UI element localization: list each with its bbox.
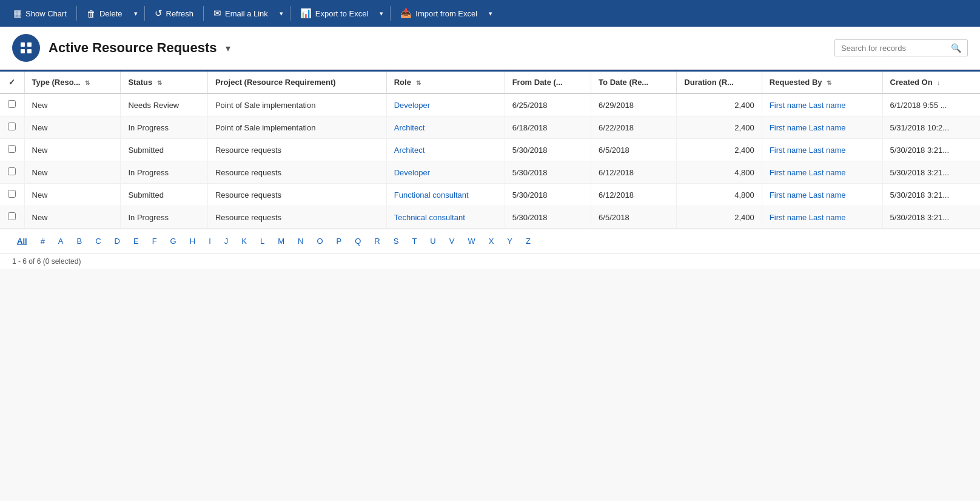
- col-duration[interactable]: Duration (R...: [677, 72, 762, 93]
- row-select-checkbox[interactable]: [8, 123, 16, 130]
- delete-button[interactable]: 🗑 Delete: [81, 5, 129, 22]
- pagination-letter-e[interactable]: E: [129, 234, 144, 248]
- requested-by-link[interactable]: First name Last name: [770, 190, 846, 200]
- requested-by-link[interactable]: First name Last name: [770, 123, 846, 132]
- refresh-button[interactable]: ↺ Refresh: [149, 4, 200, 22]
- delete-icon: 🗑: [87, 8, 96, 19]
- pagination-letter-c[interactable]: C: [90, 234, 106, 248]
- table-row[interactable]: NewIn ProgressResource requestsTechnical…: [0, 206, 980, 229]
- pagination-letter-i[interactable]: I: [204, 234, 216, 248]
- row-select-checkbox[interactable]: [8, 145, 16, 153]
- row-select-checkbox[interactable]: [8, 212, 16, 220]
- pagination-letter-h[interactable]: H: [185, 234, 200, 248]
- requested-by-link[interactable]: First name Last name: [770, 213, 846, 222]
- pagination-letter-b[interactable]: B: [72, 234, 87, 248]
- pagination-letter-x[interactable]: X: [484, 234, 499, 248]
- col-from-date[interactable]: From Date (...: [505, 72, 591, 93]
- cell-role[interactable]: Developer: [386, 93, 505, 116]
- row-checkbox[interactable]: [0, 184, 24, 206]
- cell-from-date: 6/25/2018: [505, 93, 591, 116]
- import-excel-chevron[interactable]: ▾: [486, 6, 495, 21]
- row-select-checkbox[interactable]: [8, 100, 16, 108]
- col-project[interactable]: Project (Resource Requirement): [207, 72, 386, 93]
- pagination-letter-m[interactable]: M: [273, 234, 289, 248]
- pagination-letter-d[interactable]: D: [110, 234, 125, 248]
- table-row[interactable]: NewIn ProgressResource requestsDeveloper…: [0, 161, 980, 184]
- pagination-letter-s[interactable]: S: [389, 234, 404, 248]
- delete-chevron[interactable]: ▾: [131, 6, 141, 21]
- requested-by-link[interactable]: First name Last name: [770, 146, 846, 155]
- pagination-letter-#[interactable]: #: [36, 234, 50, 248]
- role-link[interactable]: Developer: [394, 168, 430, 177]
- pagination-letter-j[interactable]: J: [220, 234, 233, 248]
- pagination-letter-n[interactable]: N: [293, 234, 308, 248]
- col-created-on[interactable]: Created On ↓: [882, 72, 980, 93]
- col-status[interactable]: Status ⇅: [121, 72, 207, 93]
- pagination-letter-p[interactable]: P: [332, 234, 347, 248]
- select-all-col[interactable]: ✓: [0, 72, 24, 93]
- cell-requested-by[interactable]: First name Last name: [762, 206, 882, 229]
- requested-by-link[interactable]: First name Last name: [770, 168, 846, 177]
- divider-4: [290, 6, 290, 21]
- show-chart-button[interactable]: ▦ Show Chart: [7, 4, 73, 22]
- email-link-button[interactable]: ✉ Email a Link: [207, 4, 274, 22]
- role-link[interactable]: Architect: [394, 123, 425, 132]
- row-select-checkbox[interactable]: [8, 190, 16, 198]
- cell-role[interactable]: Technical consultant: [386, 206, 505, 229]
- divider-5: [390, 6, 391, 21]
- requested-by-link[interactable]: First name Last name: [770, 101, 846, 110]
- cell-role[interactable]: Architect: [386, 139, 505, 161]
- pagination-letter-u[interactable]: U: [425, 234, 440, 248]
- pagination-letter-w[interactable]: W: [463, 234, 480, 248]
- pagination-letter-g[interactable]: G: [166, 234, 181, 248]
- role-link[interactable]: Developer: [394, 101, 430, 110]
- pagination-letter-f[interactable]: F: [147, 234, 162, 248]
- col-type[interactable]: Type (Reso... ⇅: [24, 72, 121, 93]
- pagination-letter-y[interactable]: Y: [502, 234, 517, 248]
- row-checkbox[interactable]: [0, 116, 24, 139]
- table-row[interactable]: NewSubmittedResource requestsFunctional …: [0, 184, 980, 206]
- role-link[interactable]: Architect: [394, 146, 425, 155]
- row-checkbox[interactable]: [0, 93, 24, 116]
- cell-requested-by[interactable]: First name Last name: [762, 116, 882, 139]
- pagination-letter-z[interactable]: Z: [521, 234, 535, 248]
- pagination-letter-t[interactable]: T: [407, 234, 421, 248]
- col-role[interactable]: Role ⇅: [386, 72, 505, 93]
- role-link[interactable]: Functional consultant: [394, 190, 469, 200]
- cell-role[interactable]: Architect: [386, 116, 505, 139]
- email-link-chevron[interactable]: ▾: [277, 6, 286, 21]
- cell-requested-by[interactable]: First name Last name: [762, 184, 882, 206]
- pagination-letter-o[interactable]: O: [312, 234, 327, 248]
- table-row[interactable]: NewNeeds ReviewPoint of Sale implementat…: [0, 93, 980, 116]
- import-excel-button[interactable]: 📥 Import from Excel: [394, 4, 483, 22]
- pagination-letter-k[interactable]: K: [237, 234, 252, 248]
- cell-role[interactable]: Functional consultant: [386, 184, 505, 206]
- col-role-sort-icon: ⇅: [416, 79, 421, 86]
- col-requested-by[interactable]: Requested By ⇅: [762, 72, 882, 93]
- table-row[interactable]: NewSubmittedResource requestsArchitect5/…: [0, 139, 980, 161]
- email-link-label: Email a Link: [225, 9, 268, 18]
- row-checkbox[interactable]: [0, 206, 24, 229]
- title-chevron-icon[interactable]: ▾: [226, 42, 230, 54]
- role-link[interactable]: Technical consultant: [394, 213, 465, 222]
- cell-to-date: 6/12/2018: [591, 184, 677, 206]
- cell-requested-by[interactable]: First name Last name: [762, 161, 882, 184]
- row-checkbox[interactable]: [0, 139, 24, 161]
- pagination-letter-a[interactable]: A: [53, 234, 69, 248]
- export-excel-button[interactable]: 📊 Export to Excel: [294, 4, 374, 22]
- row-checkbox[interactable]: [0, 161, 24, 184]
- col-to-date[interactable]: To Date (Re...: [591, 72, 677, 93]
- export-excel-chevron[interactable]: ▾: [377, 6, 386, 21]
- pagination-letter-all[interactable]: All: [12, 234, 32, 248]
- pagination-letter-r[interactable]: R: [369, 234, 384, 248]
- pagination-letter-v[interactable]: V: [445, 234, 460, 248]
- cell-requested-by[interactable]: First name Last name: [762, 139, 882, 161]
- cell-requested-by[interactable]: First name Last name: [762, 93, 882, 116]
- cell-role[interactable]: Developer: [386, 161, 505, 184]
- pagination-letter-q[interactable]: Q: [350, 234, 366, 248]
- pagination-letter-l[interactable]: L: [255, 234, 269, 248]
- row-select-checkbox[interactable]: [8, 167, 16, 175]
- search-input[interactable]: [841, 44, 951, 53]
- table-row[interactable]: NewIn ProgressPoint of Sale implementati…: [0, 116, 980, 139]
- search-icon[interactable]: 🔍: [951, 43, 961, 53]
